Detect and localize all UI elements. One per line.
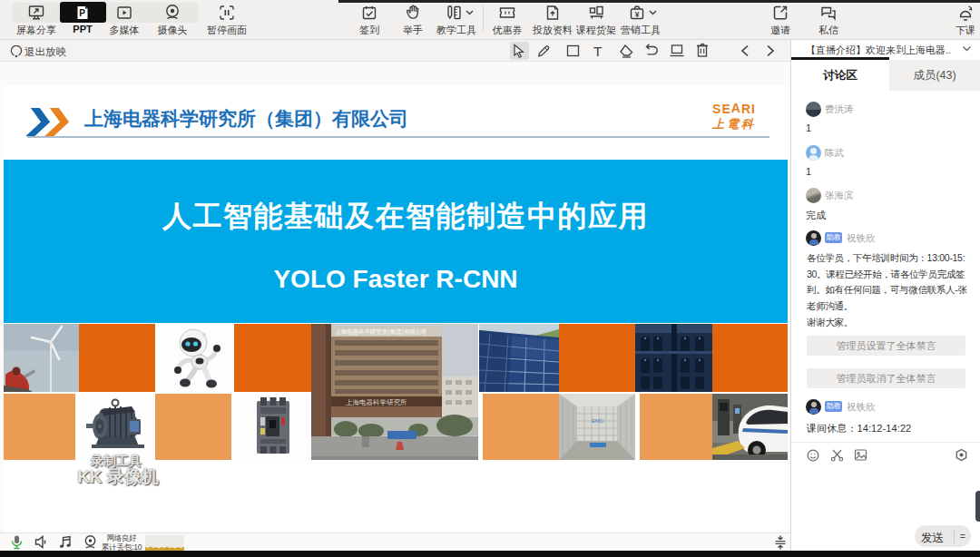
svg-text:上海电器科学研究所(集团)有限公司: 上海电器科学研究所(集团)有限公司 — [335, 328, 427, 336]
svg-text:P: P — [79, 8, 85, 18]
svg-text:¥: ¥ — [635, 10, 640, 19]
svg-text:EMC: EMC — [592, 418, 604, 424]
svg-text:上海电器科学研究所: 上海电器科学研究所 — [346, 398, 407, 406]
